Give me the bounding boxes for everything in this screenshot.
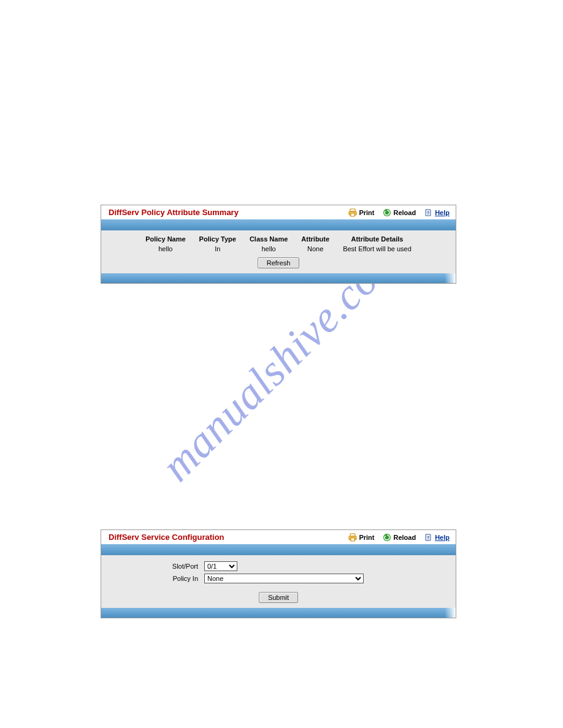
- help-icon: ?: [424, 533, 433, 542]
- cell-policy-name: hello: [145, 244, 185, 254]
- help-button[interactable]: ? Help: [424, 208, 450, 217]
- cell-attribute-details: Best Effort will be used: [343, 244, 412, 254]
- svg-rect-0: [350, 209, 355, 211]
- decorative-band-bottom: [101, 273, 456, 283]
- panel-title: DiffServ Policy Attribute Summary: [109, 208, 348, 217]
- reload-icon: [383, 208, 391, 217]
- help-button[interactable]: ? Help: [424, 533, 450, 542]
- print-label: Print: [359, 534, 374, 541]
- reload-button[interactable]: Reload: [383, 208, 416, 217]
- diffserv-service-configuration-panel: DiffServ Service Configuration Print Rel…: [101, 529, 456, 618]
- print-icon: [348, 533, 357, 542]
- slot-port-label: Slot/Port: [106, 563, 204, 570]
- reload-icon: [383, 533, 391, 542]
- reload-label: Reload: [393, 534, 416, 541]
- print-button[interactable]: Print: [348, 208, 374, 217]
- toolbar: Print Reload ? Help: [348, 208, 450, 217]
- panel-body: Slot/Port 0/1 Policy In None Submit: [101, 555, 456, 608]
- col-policy-name: Policy Name: [145, 234, 185, 244]
- col-attribute: Attribute: [301, 234, 329, 244]
- print-label: Print: [359, 209, 374, 216]
- policy-in-select[interactable]: None: [204, 574, 364, 583]
- svg-text:?: ?: [427, 210, 430, 216]
- reload-label: Reload: [393, 209, 416, 216]
- slot-port-select[interactable]: 0/1: [204, 561, 237, 571]
- panel-header: DiffServ Policy Attribute Summary Print …: [101, 205, 456, 219]
- help-label: Help: [435, 534, 450, 541]
- decorative-band: [101, 544, 456, 555]
- col-policy-type: Policy Type: [199, 234, 236, 244]
- panel-body: Policy Name Policy Type Class Name Attri…: [101, 230, 456, 273]
- help-icon: ?: [424, 208, 433, 217]
- cell-policy-type: In: [199, 244, 236, 254]
- print-icon: [348, 208, 357, 217]
- svg-rect-7: [351, 538, 354, 541]
- col-class-name: Class Name: [250, 234, 288, 244]
- refresh-button[interactable]: Refresh: [258, 257, 300, 268]
- panel-title: DiffServ Service Configuration: [109, 533, 348, 542]
- print-button[interactable]: Print: [348, 533, 374, 542]
- button-row: Submit: [106, 592, 451, 603]
- panel-header: DiffServ Service Configuration Print Rel…: [101, 530, 456, 544]
- decorative-band-bottom: [101, 608, 456, 618]
- svg-rect-2: [351, 213, 354, 216]
- policy-in-row: Policy In None: [106, 574, 451, 583]
- toolbar: Print Reload ? Help: [348, 533, 450, 542]
- cell-class-name: hello: [250, 244, 288, 254]
- svg-text:?: ?: [427, 535, 430, 540]
- policy-attribute-table: Policy Name Policy Type Class Name Attri…: [106, 234, 451, 254]
- button-row: Refresh: [106, 257, 451, 268]
- submit-button[interactable]: Submit: [259, 592, 298, 603]
- reload-button[interactable]: Reload: [383, 533, 416, 542]
- help-label: Help: [435, 209, 450, 216]
- decorative-band: [101, 219, 456, 230]
- col-attribute-details: Attribute Details: [343, 234, 412, 244]
- policy-in-label: Policy In: [106, 575, 204, 582]
- diffserv-policy-attribute-summary-panel: DiffServ Policy Attribute Summary Print …: [101, 205, 456, 284]
- svg-rect-5: [350, 534, 355, 536]
- slot-port-row: Slot/Port 0/1: [106, 561, 451, 571]
- cell-attribute: None: [301, 244, 329, 254]
